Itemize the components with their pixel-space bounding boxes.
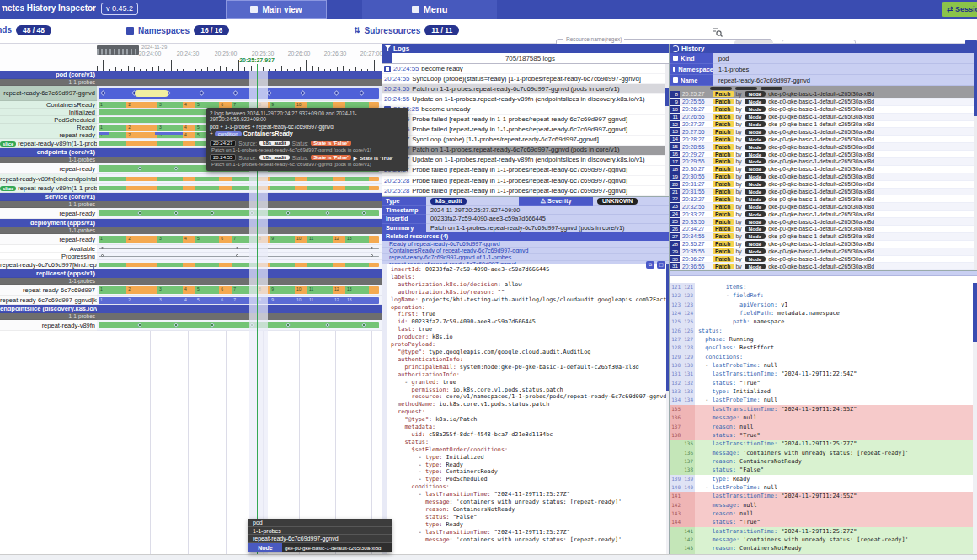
timeline-row-repeat-ready[interactable]: repeat-ready12345678910111213 xyxy=(0,234,382,245)
timeline-bar[interactable] xyxy=(99,256,379,257)
timeline-row-1-1-probes[interactable]: 1-1-probes xyxy=(0,201,382,208)
timeline-row-service-core-v1-[interactable]: service (core/v1) xyxy=(0,193,382,201)
revision-row[interactable]: 1920:30:55PatchbyNodegke-p0-gke-basic-1-… xyxy=(670,173,977,181)
timeline-bar-cell[interactable] xyxy=(97,184,382,193)
timeline-bar[interactable] xyxy=(99,322,379,328)
timeline-bar-cell[interactable] xyxy=(97,71,382,79)
timeline-bar-cell[interactable] xyxy=(97,320,382,331)
log-body-viewer[interactable]: insertId: 00233fa2-7c59-4090-aee3-c59a7d… xyxy=(382,264,670,554)
revision-row[interactable]: 2420:33:27PatchbyNodegke-p0-gke-basic-1-… xyxy=(670,211,977,218)
timeline-row-progressing[interactable]: Progressing xyxy=(0,253,382,260)
timeline-row-replicaset-apps-v1-[interactable]: replicaset (apps/v1) xyxy=(0,269,382,278)
timeline-bar[interactable] xyxy=(99,88,379,99)
timeline-bar[interactable] xyxy=(99,186,379,190)
timeline-bar-cell[interactable] xyxy=(97,269,382,278)
revision-row[interactable]: 1620:29:27PatchbyNodegke-p0-gke-basic-1-… xyxy=(670,151,977,158)
log-row[interactable]: 20:25:27Patch on 1-1-probes.repeat-ready… xyxy=(382,146,669,156)
revision-row[interactable]: 920:25:55PatchbyNodegke-p0-gke-basic-1-d… xyxy=(670,99,977,106)
timeline-bar[interactable]: 12345678910111213 xyxy=(99,286,379,294)
log-row[interactable]: 20:25:25Probe failed [repeat-ready in 1-… xyxy=(382,115,669,125)
yaml-scrollbar[interactable] xyxy=(973,283,977,554)
timeline-bar[interactable]: 12345678910111213 xyxy=(99,297,379,304)
timeline-bar-cell[interactable] xyxy=(97,86,382,101)
timeline-search-button[interactable] xyxy=(710,24,723,38)
timeline-bar-cell[interactable]: 12345678910111213 xyxy=(97,285,382,296)
revision-row[interactable]: 1820:30:27PatchbyNodegke-p0-gke-basic-1-… xyxy=(670,166,977,173)
timeline-bar-cell[interactable] xyxy=(97,174,382,184)
timeline-bar-cell[interactable] xyxy=(97,278,382,285)
revision-row[interactable]: 2220:32:27PatchbyNodegke-p0-gke-basic-1-… xyxy=(670,195,977,203)
timeline-row-available[interactable]: Available xyxy=(0,245,382,253)
revision-row[interactable]: 1720:29:55PatchbyNodegke-p0-gke-basic-1-… xyxy=(670,158,977,166)
timeline-row-pod-core-v1-[interactable]: pod (core/v1) xyxy=(0,71,382,79)
timeline-bar-cell[interactable] xyxy=(97,208,382,219)
yaml-diff-viewer[interactable]: 121121 items:122122 - fieldRef:123123 ap… xyxy=(670,283,977,554)
log-row[interactable]: 20:25:27SyncLoop (probe) [1-1-probes/rep… xyxy=(382,136,669,146)
timeline-row-1-1-probes[interactable]: 1-1-probes xyxy=(0,278,382,285)
revision-row[interactable]: 1220:27:27PatchbyNodegke-p0-gke-basic-1-… xyxy=(670,121,977,129)
revision-row[interactable]: 1520:28:55PatchbyNodegke-p0-gke-basic-1-… xyxy=(670,143,977,151)
log-row[interactable]: 20:25:25become unready xyxy=(382,104,669,115)
revision-row[interactable]: 2720:34:55PatchbyNodegke-p0-gke-basic-1-… xyxy=(670,233,977,241)
log-row[interactable]: 20:25:27Update on 1-1-probes.repeat-read… xyxy=(382,156,669,166)
timeline-row-1-1-probes[interactable]: 1-1-probes xyxy=(0,313,382,320)
timeline-bar-cell[interactable] xyxy=(97,79,382,86)
revision-row[interactable]: 1020:26:27PatchbyNodegke-p0-gke-basic-1-… xyxy=(670,106,977,114)
related-resource-link[interactable]: ContainersReady of repeat-ready-6c7c69d9… xyxy=(382,248,669,254)
timeline-bar[interactable]: 12345678910111213 xyxy=(99,236,379,243)
timeline-bar-cell[interactable]: 12345678910111213 xyxy=(97,234,382,245)
open-raw-button[interactable]: ▢ xyxy=(657,261,665,269)
timeline-row-endpointslice-discovery-k8s-io-v1-[interactable]: endpointslice (discovery.k8s.io/v1) xyxy=(0,305,382,313)
related-resource-link[interactable]: repeat-ready-6c7c69d997-ggnvd of 1-1-pro… xyxy=(382,254,669,261)
revision-row[interactable]: 2620:34:27PatchbyNodegke-p0-gke-basic-1-… xyxy=(670,226,977,233)
timeline-bar-cell[interactable] xyxy=(97,305,382,313)
revision-row[interactable]: 2320:32:55PatchbyNodegke-p0-gke-basic-1-… xyxy=(670,203,977,211)
revision-row[interactable]: 1420:28:27PatchbyNodegke-p0-gke-basic-1-… xyxy=(670,136,977,143)
log-row[interactable]: 20:24:55SyncLoop (probe)(status=ready) [… xyxy=(382,74,669,84)
revision-row[interactable]: 2520:33:55PatchbyNodegke-p0-gke-basic-1-… xyxy=(670,218,977,226)
namespaces-filter[interactable]: Namespaces 16 / 16 xyxy=(126,25,229,35)
revision-row[interactable]: 820:25:27PatchbyNodegke-p0-gke-basic-1-d… xyxy=(670,91,977,99)
revision-list[interactable]: 820:25:27PatchbyNodegke-p0-gke-basic-1-d… xyxy=(670,91,977,270)
timeline-row-repeat-ready-v89fn-1-1-prob[interactable]: slicerepeat-ready-v89fn(1-1-prob xyxy=(0,184,382,193)
timeline-bar-cell[interactable]: 12345678910111213 xyxy=(97,296,382,305)
timeline-bar-cell[interactable] xyxy=(97,260,382,269)
revision-scrollbar[interactable] xyxy=(974,91,977,270)
tab-menu[interactable]: Menu xyxy=(362,0,497,19)
tab-main-view[interactable]: Main view xyxy=(226,0,327,19)
session-button[interactable]: ⇄ Session xyxy=(942,2,977,17)
timeline-row-repeat-ready-6c7c69d997-ggnvd[interactable]: repeat-ready-6c7c69d997-ggnvd xyxy=(0,86,382,101)
timeline-bar-cell[interactable] xyxy=(97,227,382,234)
related-resource-link[interactable]: Ready of repeat-ready-6c7c69d997-ggnvd xyxy=(382,241,669,248)
log-density-histogram[interactable] xyxy=(97,45,139,55)
timeline-bar-cell[interactable] xyxy=(97,253,382,260)
timeline-row-1-1-probes[interactable]: 1-1-probes xyxy=(0,79,382,86)
log-row[interactable]: 20:25:26Probe failed [repeat-ready in 1-… xyxy=(382,125,669,136)
timeline-bar-cell[interactable] xyxy=(97,193,382,201)
timeline-row-repeat-ready-6c7c69d997[interactable]: repeat-ready-6c7c69d99712345678910111213 xyxy=(0,285,382,296)
timeline-row-deployment-apps-v1-[interactable]: deployment (apps/v1) xyxy=(0,219,382,227)
revision-row[interactable]: 2120:31:55PatchbyNodegke-p0-gke-basic-1-… xyxy=(670,189,977,196)
timeline-bar-cell[interactable] xyxy=(97,313,382,320)
timeline-bar-cell[interactable] xyxy=(97,219,382,227)
log-list-scrollbar[interactable] xyxy=(665,64,669,196)
log-list[interactable]: 20:24:55become ready20:24:55SyncLoop (pr… xyxy=(382,64,669,196)
timeline-bar[interactable]: 12345678910 xyxy=(99,102,379,108)
revision-row[interactable]: 3120:36:55PatchbyNodegke-p0-gke-basic-1-… xyxy=(670,263,977,270)
timeline-bar[interactable] xyxy=(99,210,379,216)
log-filter-gutter[interactable] xyxy=(382,53,392,63)
log-row[interactable]: 20:24:55become ready xyxy=(382,64,669,74)
timeline-row-repeat-ready-v89fn[interactable]: repeat-ready-v89fn xyxy=(0,320,382,331)
log-row[interactable]: 20:25:27Probe failed [repeat-ready in 1-… xyxy=(382,166,669,176)
kinds-filter[interactable]: Kinds 48 / 48 xyxy=(0,25,51,35)
timeline-bar-cell[interactable] xyxy=(97,201,382,208)
log-row[interactable]: 20:25:28Probe failed [repeat-ready in 1-… xyxy=(382,176,669,186)
timeline-row-repeat-ready-6c7c69d997-kind-replic[interactable]: repeat-ready-6c7c69d997[kind:replic xyxy=(0,260,382,269)
subresources-filter[interactable]: ⇅ Subresources 11 / 11 xyxy=(354,25,459,35)
revision-row[interactable]: 1320:27:55PatchbyNodegke-p0-gke-basic-1-… xyxy=(670,128,977,136)
timeline-bar[interactable] xyxy=(99,177,379,181)
revision-row[interactable]: 2820:35:27PatchbyNodegke-p0-gke-basic-1-… xyxy=(670,241,977,248)
timeline-bar[interactable] xyxy=(99,263,379,267)
log-row[interactable]: 20:25:28Probe failed [repeat-ready in 1-… xyxy=(382,186,669,196)
timeline-bar[interactable] xyxy=(99,248,379,249)
